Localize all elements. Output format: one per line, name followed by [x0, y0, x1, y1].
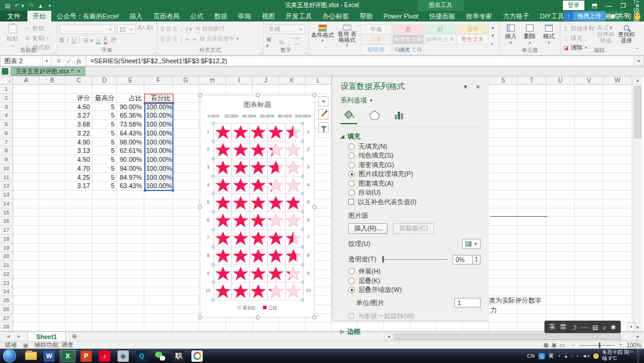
cell-T18[interactable]	[518, 235, 546, 244]
cell-U1[interactable]	[546, 85, 575, 94]
cell-U23[interactable]	[546, 279, 575, 288]
cell-C12[interactable]: 3.17	[66, 182, 92, 190]
cell-W12[interactable]	[603, 182, 632, 190]
cell-S8[interactable]	[489, 146, 518, 155]
cell-T17[interactable]	[518, 226, 546, 235]
row-header-21[interactable]: 21	[0, 261, 13, 270]
cell-F25[interactable]	[144, 296, 173, 305]
column-header-F[interactable]: F	[144, 76, 173, 85]
cell-B27[interactable]	[39, 314, 66, 323]
chart-title[interactable]: 图表标题	[200, 100, 314, 109]
taskbar-glass-app[interactable]: ◈	[115, 350, 131, 362]
cell-G25[interactable]	[173, 296, 199, 305]
cell-V11[interactable]	[575, 173, 603, 182]
minimize-button[interactable]: —	[605, 2, 613, 9]
cell-B1[interactable]	[39, 85, 66, 94]
cell-B7[interactable]	[39, 138, 66, 147]
row-header-16[interactable]: 16	[0, 217, 13, 226]
ribbon-display-options-icon[interactable]: ⬒	[590, 2, 599, 9]
cell-W14[interactable]	[603, 199, 632, 208]
cell-V16[interactable]	[575, 217, 603, 226]
cell-F27[interactable]	[144, 314, 173, 323]
cell-A21[interactable]	[13, 261, 39, 270]
row-header-4[interactable]: 4	[0, 111, 13, 120]
cell-C1[interactable]	[66, 85, 92, 94]
row-header-5[interactable]: 5	[0, 120, 13, 129]
cell-C21[interactable]	[66, 261, 92, 270]
cell-V18[interactable]	[575, 235, 603, 244]
document-tab[interactable]: 完美五星好评图.xlsx *✕	[11, 67, 85, 76]
cell-E28[interactable]	[117, 322, 144, 331]
cell-E24[interactable]	[117, 287, 144, 296]
column-header-G[interactable]: G	[173, 76, 199, 85]
star-rating-chart[interactable]: 图表标题 0.00%20.00%40.00%60.00%80.00%100.00…	[200, 95, 315, 318]
cell-F23[interactable]	[144, 279, 173, 288]
cell-W21[interactable]	[603, 261, 632, 270]
cell-A14[interactable]	[13, 199, 39, 208]
cell-S22[interactable]	[489, 270, 518, 279]
ribbon-tab-help[interactable]: 帮助	[354, 11, 378, 21]
fill-option[interactable]: 图案填充(A)	[348, 180, 481, 187]
cell-B16[interactable]	[39, 217, 66, 226]
row-header-26[interactable]: 26	[0, 305, 13, 314]
alignment-dialog-launcher[interactable]: ⌟	[259, 49, 262, 54]
cell-D28[interactable]	[92, 322, 117, 331]
series-options-dropdown[interactable]: 系列选项▼	[340, 96, 481, 105]
cell-V1[interactable]	[575, 85, 603, 94]
cell-A1[interactable]	[13, 85, 39, 94]
row-header-13[interactable]: 13	[0, 190, 13, 199]
cell-W15[interactable]	[603, 208, 632, 217]
cell-W16[interactable]	[603, 217, 632, 226]
cell-V7[interactable]	[575, 138, 603, 147]
cell-J1[interactable]	[253, 85, 279, 94]
ribbon-tab-gongzhonghao[interactable]: 公众号：有趣的Excel	[51, 11, 124, 21]
cell-E25[interactable]	[117, 296, 144, 305]
scroll-right-icon[interactable]: ►	[634, 333, 642, 340]
cell-D24[interactable]	[92, 287, 117, 296]
cell-A7[interactable]	[13, 138, 39, 147]
align-bottom-icons[interactable]: ☰ ☰ ☰	[160, 36, 177, 42]
cell-style-item[interactable]: 计算	[360, 35, 392, 44]
fill-section-header[interactable]: ◢填充	[340, 132, 481, 141]
fill-option[interactable]: 渐变填充(G)	[348, 161, 481, 169]
cell-T19[interactable]	[518, 244, 546, 253]
taskbar-excel[interactable]: X	[60, 350, 76, 362]
column-header-D[interactable]: D	[92, 76, 117, 85]
fill-option[interactable]: 图片或纹理填充(P)	[348, 171, 481, 179]
column-header-U[interactable]: U	[546, 76, 575, 85]
cell-T24[interactable]	[518, 287, 546, 296]
taskbar-start-button[interactable]	[0, 350, 20, 362]
cell-G4[interactable]	[173, 111, 199, 120]
legend-item[interactable]: 百分比	[237, 305, 256, 311]
row-header-14[interactable]: 14	[0, 199, 13, 208]
sort-filter-button[interactable]: A↓Z▼ 排序和筛选	[596, 23, 615, 48]
cell-S3[interactable]	[489, 103, 518, 112]
cell-D12[interactable]: 5	[92, 182, 117, 190]
cell-F21[interactable]	[144, 261, 173, 270]
cell-W9[interactable]	[603, 155, 632, 164]
cell-T10[interactable]	[518, 164, 546, 173]
cell-S27[interactable]	[489, 314, 518, 323]
cell-C16[interactable]	[66, 217, 92, 226]
cell-D4[interactable]: 5	[92, 111, 117, 120]
cell-B19[interactable]	[39, 244, 66, 253]
cell-W4[interactable]	[603, 111, 632, 120]
find-select-button[interactable]: 查找和选择	[617, 23, 636, 48]
cell-B18[interactable]	[39, 235, 66, 244]
cell-A8[interactable]	[13, 146, 39, 155]
row-header-18[interactable]: 18	[0, 235, 13, 244]
cell-W13[interactable]	[603, 190, 632, 199]
cell-E23[interactable]	[117, 279, 144, 288]
cell-F14[interactable]	[144, 199, 173, 208]
cell-style-item[interactable]: 解释性文本	[425, 35, 456, 44]
taskbar-word[interactable]: W	[41, 350, 57, 362]
cell-B6[interactable]	[39, 129, 66, 138]
cell-D14[interactable]	[92, 199, 117, 208]
cell-U11[interactable]	[546, 173, 575, 182]
cell-S11[interactable]	[489, 173, 518, 182]
cell-C10[interactable]: 4.70	[66, 164, 92, 173]
cell-G19[interactable]	[173, 244, 199, 253]
cell-C20[interactable]	[66, 252, 92, 261]
paste-button[interactable]: 粘贴▼	[2, 23, 23, 48]
cell-V2[interactable]	[575, 94, 603, 103]
